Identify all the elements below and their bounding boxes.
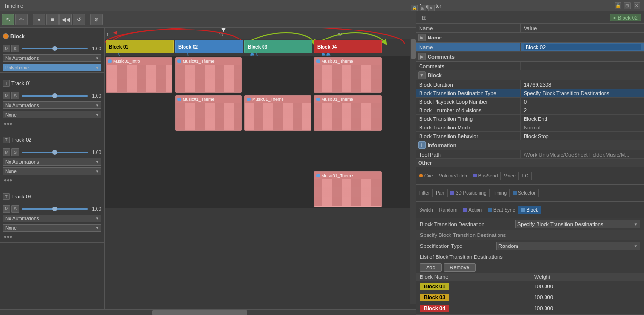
- volume-slider[interactable]: [22, 48, 88, 49]
- tab-pan-label: Pan: [436, 190, 444, 196]
- grid-icon[interactable]: ⊞: [420, 5, 426, 11]
- dest-row-1[interactable]: Block 01 100.000: [416, 281, 644, 292]
- track-03-mode: None▼: [0, 223, 104, 233]
- track-01-volume-slider[interactable]: [22, 95, 88, 97]
- automations-dropdown[interactable]: No Automations▼: [3, 54, 101, 62]
- remove-btn[interactable]: Remove: [444, 263, 476, 272]
- block-04[interactable]: Block 04: [314, 40, 382, 53]
- tool-path-row[interactable]: Tool Path /Work Unit/Music/CueSheet Fold…: [416, 150, 644, 159]
- track-01-mode-dropdown[interactable]: None▼: [3, 111, 101, 118]
- clip-music01-theme-2[interactable]: Music01_Theme: [175, 57, 242, 93]
- block-playback-loop-row[interactable]: Block Playback Loop Number 0: [416, 98, 644, 106]
- solo-btn[interactable]: S: [11, 45, 19, 52]
- clip-music01-theme-4[interactable]: Music01_Theme: [314, 57, 382, 93]
- mode-dropdown[interactable]: Polyphonic▼: [3, 64, 101, 71]
- track-03-dot: ●●●: [4, 234, 12, 239]
- tab-action[interactable]: Action: [460, 206, 485, 214]
- add-btn[interactable]: Add: [420, 263, 442, 272]
- track-02-volume-slider[interactable]: [22, 152, 88, 153]
- tab-random[interactable]: Random: [436, 206, 460, 214]
- tab-3d-pos[interactable]: 3D Positioning: [448, 189, 489, 197]
- clip-t03-1[interactable]: Music01_Theme: [314, 171, 382, 207]
- tab-voice[interactable]: Voice: [501, 172, 518, 180]
- track-03-mode-dropdown[interactable]: None▼: [3, 224, 101, 232]
- track-01-auto-dropdown[interactable]: No Automations▼: [3, 101, 101, 109]
- track-02-mode-dropdown[interactable]: None▼: [3, 167, 101, 175]
- block-expand-icon[interactable]: ▼: [418, 71, 426, 79]
- track-03-volume-slider[interactable]: [22, 208, 88, 210]
- comments-expand-icon[interactable]: ▶: [418, 53, 426, 60]
- clip-t01-2[interactable]: Music01_Theme: [244, 95, 311, 131]
- track-03-auto-dropdown[interactable]: No Automations▼: [3, 215, 101, 222]
- block-02[interactable]: Block 02: [175, 40, 243, 53]
- clip-t01-3-name: Music01_Theme: [322, 97, 353, 102]
- track-02-mode: None▼: [0, 167, 104, 176]
- tab-pan[interactable]: Pan: [433, 189, 448, 197]
- lock-icon[interactable]: 🔒: [411, 5, 418, 11]
- block-trans-mode-row[interactable]: Block Transition Mode Normal: [416, 123, 644, 132]
- spec-type-dropdown[interactable]: Random ▼: [496, 242, 640, 250]
- clip-t01-1[interactable]: Music01_Theme: [175, 95, 242, 131]
- track-01-solo[interactable]: S: [11, 92, 19, 99]
- ruler-mark-1: 1: [107, 32, 109, 37]
- loop-btn[interactable]: ↺: [73, 14, 85, 25]
- v-scroll-thumb[interactable]: [411, 39, 416, 59]
- track-01-mute[interactable]: M: [3, 92, 10, 99]
- inspector-lock-icon[interactable]: 🔒: [615, 2, 621, 9]
- block-trans-timing-row[interactable]: Block Transition Timing Block End: [416, 115, 644, 123]
- v-scrollbar[interactable]: [410, 39, 416, 304]
- tab-beat-sync[interactable]: Beat Sync: [485, 206, 518, 214]
- inspector-layout-icon[interactable]: ⊞: [419, 12, 429, 23]
- rewind-btn[interactable]: ◀◀: [59, 14, 72, 25]
- close-icon[interactable]: ✕: [428, 5, 435, 11]
- pencil-tool-btn[interactable]: ✏: [15, 14, 28, 25]
- block-03[interactable]: Block 03: [244, 40, 312, 53]
- btd-dropdown[interactable]: Specify Block Transition Destinations ▼: [515, 220, 640, 228]
- track-02-auto-dropdown[interactable]: No Automations▼: [3, 158, 101, 166]
- dest-row-2[interactable]: Block 03 100.000: [416, 292, 644, 303]
- h-scroll-thumb[interactable]: [152, 310, 247, 315]
- dest-row-3[interactable]: Block 04 100.000: [416, 303, 644, 314]
- block-music-automations: No Automations▼: [0, 53, 104, 63]
- track-01-mode: None▼: [0, 110, 104, 119]
- tab-timing[interactable]: Timing: [490, 189, 510, 197]
- tab-switch[interactable]: Switch: [416, 206, 436, 214]
- name-row[interactable]: Name: [416, 43, 644, 52]
- block-trans-dest-type-row[interactable]: Block Transition Destination Type Specif…: [416, 89, 644, 98]
- tab-volume-pitch[interactable]: Volume/Pitch: [436, 172, 470, 180]
- mute-btn[interactable]: M: [3, 45, 10, 52]
- track-03-mute[interactable]: M: [3, 205, 10, 213]
- block-divisions-row[interactable]: Block - number of divisions 2: [416, 106, 644, 115]
- name-expand-icon[interactable]: ▶: [418, 34, 426, 41]
- clip-music01-intro[interactable]: Music01_Intro: [106, 57, 172, 93]
- dest-block-name-1: Block 01: [416, 281, 530, 292]
- block-trans-behavior-row[interactable]: Block Transition Behavior Block Stop: [416, 132, 644, 140]
- spec-type-dropdown-value: Random: [498, 243, 518, 249]
- select-tool-btn[interactable]: ↖: [2, 14, 14, 25]
- tab-block[interactable]: Block: [518, 206, 541, 214]
- block-duration-row[interactable]: Block Duration 14769.2308: [416, 80, 644, 89]
- track-01-automations: No Automations▼: [0, 100, 104, 110]
- clip-t01-3[interactable]: Music01_Theme: [314, 95, 382, 131]
- link-btn[interactable]: ⊕: [90, 14, 103, 25]
- tab-selector-label: Selector: [518, 190, 536, 196]
- inspector-close-icon[interactable]: ✕: [634, 2, 640, 9]
- tab-cue[interactable]: Cue: [416, 172, 436, 180]
- track-02-solo[interactable]: S: [11, 148, 19, 156]
- track-02-mute[interactable]: M: [3, 148, 10, 156]
- tab-bus-send[interactable]: BusSend: [470, 172, 501, 180]
- dest-weight-3: 100.000: [530, 303, 644, 314]
- comments-row[interactable]: Comments: [416, 62, 644, 70]
- tab-filter[interactable]: Filter: [416, 189, 433, 197]
- name-input[interactable]: [524, 44, 641, 50]
- block-01[interactable]: Block 01: [106, 40, 174, 53]
- inspector-grid-icon[interactable]: ⊞: [624, 2, 631, 9]
- tab-selector[interactable]: Selector: [510, 189, 539, 197]
- info-expand-icon[interactable]: i: [418, 141, 426, 149]
- track-03-name: Track 03: [11, 194, 101, 199]
- track-03-solo[interactable]: S: [11, 205, 19, 213]
- h-scrollbar[interactable]: [0, 309, 416, 315]
- stop-btn[interactable]: ■: [46, 14, 59, 25]
- tab-eg[interactable]: EG: [519, 172, 532, 180]
- play-btn[interactable]: ●: [33, 14, 45, 25]
